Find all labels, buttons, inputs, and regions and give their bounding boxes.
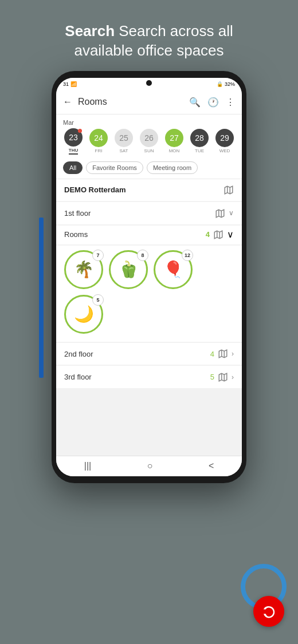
date-item-tue[interactable]: 28 TUE	[189, 129, 210, 153]
floor-1st-right: ∨	[215, 208, 234, 219]
floor-2nd-label: 2nd floor	[64, 350, 93, 358]
floor-1st-label: 1st floor	[64, 209, 91, 218]
nav-icons: 🔍 🕐 ⋮	[189, 97, 235, 108]
floor-3rd-right: 5 ›	[210, 372, 234, 382]
date-section: Mar 23 THU 24 FRI 25 SAT 26 SUN	[56, 114, 242, 158]
date-item-sat[interactable]: 25 SAT	[113, 129, 134, 153]
more-icon[interactable]: ⋮	[226, 97, 235, 108]
room-icon-pepper: 🫑	[119, 260, 139, 279]
location-header: DEMO Rotterdam	[56, 179, 242, 201]
date-day-sun: SUN	[144, 148, 154, 153]
month-label: Mar	[63, 119, 235, 126]
rooms-chevron: ∨	[227, 229, 234, 240]
date-circle-24: 24	[89, 129, 108, 147]
bottom-home-icon[interactable]: ○	[147, 461, 153, 471]
content-area: DEMO Rotterdam 1st floor	[56, 179, 242, 456]
status-left: 31 📶	[63, 81, 77, 87]
room-badge-7: 7	[92, 250, 104, 261]
filter-favorite[interactable]: Favorite Rooms	[86, 161, 143, 174]
status-right: 🔒 32%	[217, 81, 235, 87]
clock-icon[interactable]: 🕐	[207, 97, 219, 108]
date-item-fri[interactable]: 24 FRI	[88, 129, 109, 153]
rooms-subrow: Rooms 4 ∨	[56, 226, 242, 244]
bottom-nav: ||| ○ <	[56, 456, 242, 476]
floor-3rd-row[interactable]: 3rd floor 5 ›	[56, 366, 242, 388]
floor-1st-chevron: ∨	[229, 209, 234, 217]
room-item-balloon[interactable]: 12 🎈	[154, 250, 193, 289]
bottom-back-icon[interactable]: <	[209, 461, 214, 471]
room-item-moon[interactable]: 5 🌙	[64, 295, 103, 334]
side-accent-blue	[39, 218, 44, 378]
page-title: Rooms	[78, 97, 189, 107]
floor-3rd-count: 5	[210, 373, 214, 381]
date-day-tue: TUE	[195, 148, 204, 153]
vodafone-logo	[253, 596, 284, 627]
top-nav: ← Rooms 🔍 🕐 ⋮	[56, 90, 242, 114]
date-circle-29: 29	[215, 129, 234, 147]
floor-2nd-map-icon	[218, 349, 228, 359]
time-display: 31	[63, 81, 69, 87]
room-item-palm[interactable]: 7 🌴	[64, 250, 103, 289]
promo-line1: Search across all	[119, 22, 233, 39]
room-icon-moon: 🌙	[74, 305, 94, 323]
date-day-sat: SAT	[120, 148, 128, 153]
battery-percent: 32%	[225, 81, 235, 87]
phone-screen: 31 📶 🔒 32% ← Rooms 🔍 🕐 ⋮ Mar 23	[56, 78, 242, 476]
date-day-fri: FRI	[95, 148, 103, 153]
date-circle-23: 23	[64, 128, 83, 147]
room-badge-5: 5	[92, 294, 104, 306]
date-row: 23 THU 24 FRI 25 SAT 26 SUN 27 MON	[63, 128, 235, 155]
battery-icon: 🔒	[217, 81, 223, 87]
room-icon-palm: 🌴	[74, 260, 94, 279]
floor-3rd-label: 3rd floor	[64, 373, 92, 381]
search-icon[interactable]: 🔍	[189, 97, 201, 108]
floor-3rd-chevron: ›	[232, 373, 234, 381]
date-item-sun[interactable]: 26 SUN	[139, 129, 159, 153]
promo-bold: Search	[65, 22, 115, 39]
date-day-wed: WED	[219, 148, 230, 153]
rooms-grid: 7 🌴 8 🫑 12 🎈 5 🌙	[56, 246, 242, 342]
phone-frame: 31 📶 🔒 32% ← Rooms 🔍 🕐 ⋮ Mar 23	[52, 71, 246, 483]
room-item-pepper[interactable]: 8 🫑	[109, 250, 148, 289]
floor-1st-map-icon[interactable]	[215, 208, 225, 219]
date-item-thu[interactable]: 23 THU	[63, 128, 84, 155]
floor-1st-row[interactable]: 1st floor ∨	[56, 202, 242, 224]
date-day-thu: THU	[69, 148, 78, 155]
rooms-label: Rooms	[64, 230, 88, 239]
camera	[146, 80, 152, 86]
floor-3rd-map-icon	[218, 372, 228, 382]
rooms-count: 4	[206, 230, 210, 239]
room-icon-balloon: 🎈	[163, 260, 183, 279]
location-name: DEMO Rotterdam	[64, 185, 126, 194]
date-item-wed[interactable]: 29 WED	[214, 129, 235, 153]
filter-row: All Favorite Rooms Meeting room	[56, 158, 242, 179]
date-circle-28: 28	[190, 129, 209, 147]
promo-header: Search Search across all available offic…	[48, 22, 250, 61]
promo-line2: available office spaces	[74, 42, 223, 59]
floor-2nd-chevron: ›	[232, 350, 234, 358]
room-badge-8: 8	[137, 250, 148, 261]
date-item-mon[interactable]: 27 MON	[164, 129, 185, 153]
floor-2nd-right: 4 ›	[210, 349, 234, 359]
date-circle-25: 25	[115, 129, 133, 147]
floor-2nd-count: 4	[210, 350, 214, 358]
date-circle-26: 26	[140, 129, 158, 147]
back-button[interactable]: ←	[63, 97, 72, 107]
floor-2nd-row[interactable]: 2nd floor 4 ›	[56, 343, 242, 365]
filter-meeting[interactable]: Meeting room	[147, 161, 198, 174]
location-map-icon[interactable]	[223, 185, 234, 195]
signal-icons: 📶	[70, 81, 77, 87]
rooms-map-icon[interactable]	[213, 229, 223, 240]
date-circle-27: 27	[165, 129, 183, 147]
room-badge-12: 12	[182, 250, 193, 261]
rooms-right: 4 ∨	[206, 229, 234, 240]
filter-all[interactable]: All	[63, 161, 83, 174]
bottom-menu-icon[interactable]: |||	[84, 461, 91, 471]
date-day-mon: MON	[169, 148, 180, 153]
